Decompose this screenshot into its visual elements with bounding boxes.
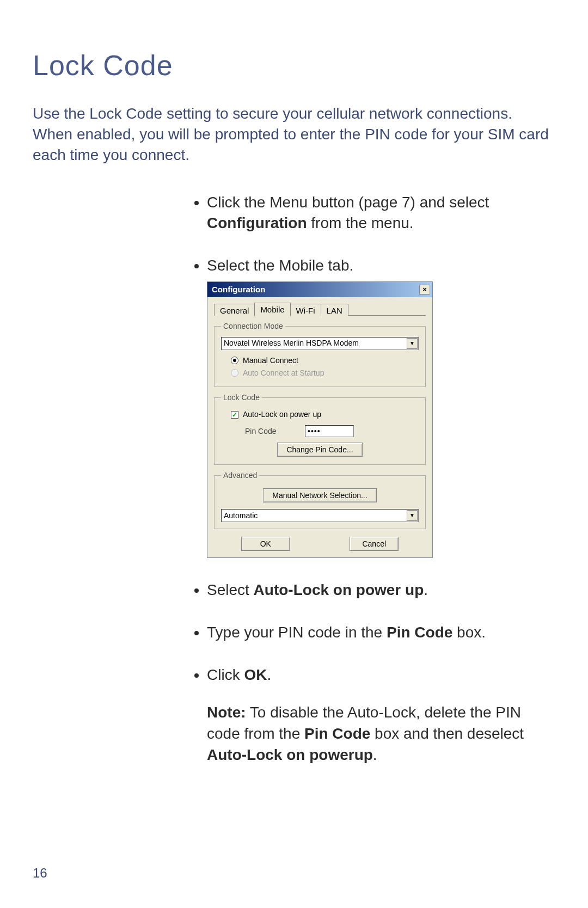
checkbox-autolock[interactable]: ✓ Auto-Lock on power up <box>231 409 419 420</box>
radio-icon <box>231 357 238 364</box>
dialog-title: Configuration <box>212 284 419 295</box>
step-3: Select Auto-Lock on power up. <box>207 580 555 600</box>
pin-label: Pin Code <box>245 426 305 437</box>
step-4-bold: Pin Code <box>387 624 452 641</box>
group-advanced: Advanced Manual Network Selection... Aut… <box>214 470 426 529</box>
modem-select[interactable]: Novatel Wireless Merlin HSDPA Modem ▼ <box>221 337 419 350</box>
step-5-bold: OK <box>244 666 267 683</box>
network-mode-value: Automatic <box>224 511 258 521</box>
group-connection-mode: Connection Mode Novatel Wireless Merlin … <box>214 321 426 388</box>
tab-lan[interactable]: LAN <box>321 304 348 316</box>
network-mode-select[interactable]: Automatic ▼ <box>221 509 419 522</box>
radio-icon <box>231 369 238 377</box>
intro-text: Use the Lock Code setting to secure your… <box>33 103 555 165</box>
radio-manual-connect[interactable]: Manual Connect <box>231 355 419 366</box>
step-1-bold: Configuration <box>207 214 307 231</box>
step-3-text-a: Select <box>207 581 254 598</box>
note-lead: Note: <box>207 704 246 721</box>
page-number: 16 <box>33 866 47 881</box>
check-icon: ✓ <box>231 411 238 419</box>
chevron-down-icon: ▼ <box>407 338 418 349</box>
step-2-text: Select the Mobile tab. <box>207 257 353 274</box>
step-1-text-a: Click the Menu button (page 7) and selec… <box>207 194 489 211</box>
close-icon[interactable]: × <box>419 285 430 295</box>
dialog-screenshot: Configuration × General Mobile Wi-Fi LAN… <box>207 281 555 558</box>
step-5-text-a: Click <box>207 666 244 683</box>
dialog-titlebar: Configuration × <box>207 282 432 297</box>
step-3-text-c: . <box>424 581 428 598</box>
step-1-text-c: from the menu. <box>307 214 414 231</box>
note-t2: Pin Code <box>304 725 370 742</box>
note-t3: box and then deselect <box>370 725 524 742</box>
tab-mobile[interactable]: Mobile <box>254 303 290 316</box>
note-t5: . <box>373 746 377 763</box>
config-dialog: Configuration × General Mobile Wi-Fi LAN… <box>207 281 433 558</box>
legend-advanced: Advanced <box>221 470 259 481</box>
step-2: Select the Mobile tab. Configuration × G… <box>207 255 555 558</box>
legend-lock: Lock Code <box>221 392 262 403</box>
step-4-text-a: Type your PIN code in the <box>207 624 387 641</box>
step-1: Click the Menu button (page 7) and selec… <box>207 192 555 234</box>
group-lock-code: Lock Code ✓ Auto-Lock on power up Pin Co… <box>214 392 426 465</box>
ok-button[interactable]: OK <box>241 537 290 551</box>
step-4-text-c: box. <box>452 624 486 641</box>
page-title: Lock Code <box>33 49 555 82</box>
step-5-text-c: . <box>267 666 271 683</box>
step-4: Type your PIN code in the Pin Code box. <box>207 622 555 643</box>
cancel-button[interactable]: Cancel <box>350 537 399 551</box>
tab-wifi[interactable]: Wi-Fi <box>290 304 321 316</box>
legend-connection: Connection Mode <box>221 321 285 332</box>
note-text: Note: To disable the Auto-Lock, delete t… <box>207 702 555 766</box>
pin-input[interactable]: •••• <box>305 425 354 437</box>
chevron-down-icon: ▼ <box>407 510 418 521</box>
radio-auto-label: Auto Connect at Startup <box>243 368 324 378</box>
step-5: Click OK. <box>207 665 555 685</box>
manual-network-button[interactable]: Manual Network Selection... <box>263 488 376 502</box>
radio-auto-connect: Auto Connect at Startup <box>231 368 419 378</box>
step-3-bold: Auto-Lock on power up <box>254 581 424 598</box>
change-pin-button[interactable]: Change Pin Code... <box>277 443 362 457</box>
note-t4: Auto-Lock on powerup <box>207 746 373 763</box>
radio-manual-label: Manual Connect <box>243 355 298 366</box>
tab-general[interactable]: General <box>214 304 255 316</box>
checkbox-autolock-label: Auto-Lock on power up <box>243 409 321 420</box>
tab-strip: General Mobile Wi-Fi LAN <box>214 303 426 316</box>
modem-select-value: Novatel Wireless Merlin HSDPA Modem <box>224 338 359 348</box>
